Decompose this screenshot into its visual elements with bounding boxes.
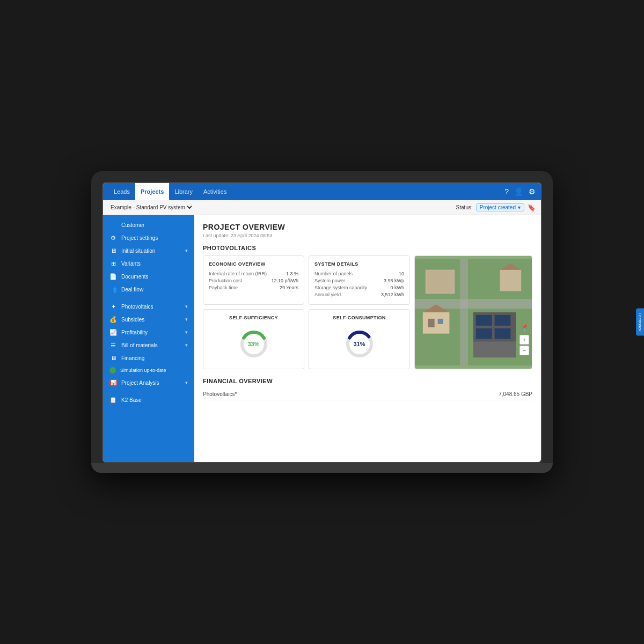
chevron-icon: ▾ [185, 248, 188, 253]
self-consumption-value: 31% [353, 341, 365, 347]
profitability-icon: 📈 [109, 328, 117, 336]
user-icon[interactable]: 👤 [514, 187, 523, 196]
nav-tab-library[interactable]: Library [169, 183, 198, 200]
project-settings-icon: ⚙ [109, 234, 117, 241]
nav-tab-leads[interactable]: Leads [108, 183, 135, 200]
sidebar-item-documents[interactable]: 📄 Documents [103, 270, 194, 283]
chevron-icon-profitability: ▾ [185, 330, 188, 335]
deal-flow-icon: 👥 [109, 286, 117, 293]
self-consumption-card: SELF-CONSUMPTION 31% [309, 309, 410, 369]
financial-overview-section-title: FINANCIAL OVERVIEW [203, 378, 532, 384]
nav-tab-activities[interactable]: Activities [198, 183, 232, 200]
status-badge[interactable]: Project created ▾ [476, 203, 524, 211]
svg-rect-7 [476, 315, 492, 326]
sidebar-item-initial-situation[interactable]: 🖥 Initial situation ▾ [103, 244, 194, 257]
sidebar-item-subsidies[interactable]: 💰 Subsidies ▾ [103, 313, 194, 326]
svg-rect-5 [427, 271, 454, 293]
sidebar-divider-1 [103, 296, 194, 300]
sidebar-label-deal-flow: Deal flow [121, 287, 143, 292]
svg-rect-16 [500, 270, 522, 291]
sidebar-item-customer[interactable]: 👤 Customer [103, 218, 194, 231]
self-sufficiency-title: SELF-SUFFICIENCY [229, 315, 278, 320]
sidebar-item-profitability[interactable]: 📈 Profitability ▾ [103, 326, 194, 339]
help-icon[interactable]: ? [504, 187, 509, 196]
sidebar-label-customer: Customer [121, 222, 144, 228]
content-area: PROJECT OVERVIEW Last update: 23 April 2… [194, 215, 541, 462]
nav-tab-projects[interactable]: Projects [135, 183, 169, 200]
sidebar-item-bill-of-materials[interactable]: ☰ Bill of materials ▾ [103, 339, 194, 352]
bom-icon: ☰ [109, 341, 117, 349]
sidebar-item-project-settings[interactable]: ⚙ Project settings [103, 231, 194, 244]
sidebar-label-bom: Bill of materials [121, 342, 158, 348]
nav-right-icons: ? 👤 ⚙ [504, 187, 536, 196]
k2-base-icon: 📋 [109, 396, 117, 404]
last-update: Last update: 23 April 2024 08:53 [203, 233, 532, 238]
irr-label: Internal rate of return (IRR) [209, 271, 267, 276]
svg-rect-13 [428, 319, 435, 327]
customer-icon: 👤 [109, 221, 117, 229]
sidebar-label-profitability: Profitability [121, 330, 148, 335]
simulation-icon [109, 367, 116, 374]
zoom-out-button[interactable]: − [519, 346, 529, 355]
financial-pv-label: Photovoltaics* [203, 391, 237, 397]
chevron-icon-pv: ▾ [185, 304, 188, 309]
settings-icon[interactable]: ⚙ [529, 187, 536, 196]
sidebar-item-simulation[interactable]: Simulation up-to-date [103, 364, 194, 376]
self-consumption-chart: 31% [343, 328, 376, 360]
status-area: Status: Project created ▾ 🔖 [456, 203, 536, 211]
self-sufficiency-card: SELF-SUFFICIENCY 33% [203, 309, 304, 369]
financing-icon: 🖥 [109, 354, 117, 362]
payback-label: Payback time [209, 285, 238, 290]
sidebar-item-variants[interactable]: ⊞ Variants [103, 257, 194, 270]
sidebar-label-simulation: Simulation up-to-date [120, 368, 166, 373]
yield-label: Annual yield [314, 292, 341, 297]
status-value: Project created [480, 204, 516, 210]
variants-icon: ⊞ [109, 260, 117, 267]
self-sufficiency-chart: 33% [238, 328, 270, 360]
svg-rect-9 [476, 328, 492, 339]
sidebar-label-project-analysis: Project Analysis [121, 380, 159, 386]
power-value: 3.95 kWp [384, 278, 404, 283]
laptop-bottom [91, 463, 553, 473]
sidebar-divider-2 [103, 389, 194, 393]
map-controls: + − [519, 335, 529, 355]
sidebar-item-financing[interactable]: 🖥 Financing [103, 352, 194, 364]
panels-row: Number of panels 10 [314, 271, 404, 276]
production-cost-value: 12.10 p/kWh [271, 278, 298, 283]
production-cost-label: Production cost [209, 278, 242, 283]
financial-pv-value: 7,048.65 GBP [499, 391, 532, 397]
payback-row: Payback time 29 Years [209, 285, 298, 290]
irr-row: Internal rate of return (IRR) -1.3 % [209, 271, 298, 276]
yield-value: 3,512 kWh [381, 292, 404, 297]
bookmark-icon[interactable]: 🔖 [528, 204, 536, 211]
sidebar-label-initial-situation: Initial situation [121, 248, 155, 254]
sidebar-label-variants: Variants [121, 261, 141, 267]
project-selector[interactable]: Example - Standard PV system [108, 204, 194, 211]
chevron-icon-subsidies: ▾ [185, 317, 188, 322]
photovoltaics-section-title: PHOTOVOLTAICS [203, 245, 532, 251]
subsidies-icon: 💰 [109, 316, 117, 323]
map-marker-icon: 📍 [520, 324, 529, 332]
sidebar-item-project-analysis[interactable]: 📊 Project Analysis ▾ [103, 376, 194, 389]
zoom-in-button[interactable]: + [519, 335, 529, 345]
aerial-map-card: + − 📍 [414, 255, 532, 369]
chevron-icon-bom: ▾ [185, 342, 188, 348]
sidebar-label-documents: Documents [121, 274, 149, 280]
sidebar-label-k2-base: K2 Base [121, 397, 142, 403]
main-layout: 👤 Customer ⚙ Project settings 🖥 Initial … [103, 215, 541, 462]
storage-value: 0 kWh [390, 285, 404, 290]
photovoltaics-grid: ECONOMIC OVERVIEW Internal rate of retur… [203, 255, 532, 369]
sidebar: 👤 Customer ⚙ Project settings 🖥 Initial … [103, 215, 194, 462]
payback-value: 29 Years [280, 285, 298, 290]
sidebar-item-k2-base[interactable]: 📋 K2 Base [103, 393, 194, 406]
panels-label: Number of panels [314, 271, 353, 276]
aerial-map-svg [415, 256, 532, 369]
app-container: Leads Projects Library Activities ? 👤 ⚙ … [103, 183, 541, 462]
svg-rect-11 [423, 312, 450, 334]
laptop-frame: Leads Projects Library Activities ? 👤 ⚙ … [91, 171, 553, 473]
page-title: PROJECT OVERVIEW [203, 223, 532, 231]
sidebar-item-photovoltaics[interactable]: ✦ Photovoltaics ▾ [103, 300, 194, 313]
self-consumption-title: SELF-CONSUMPTION [333, 315, 385, 320]
sidebar-item-deal-flow[interactable]: 👥 Deal flow [103, 283, 194, 296]
documents-icon: 📄 [109, 273, 117, 280]
